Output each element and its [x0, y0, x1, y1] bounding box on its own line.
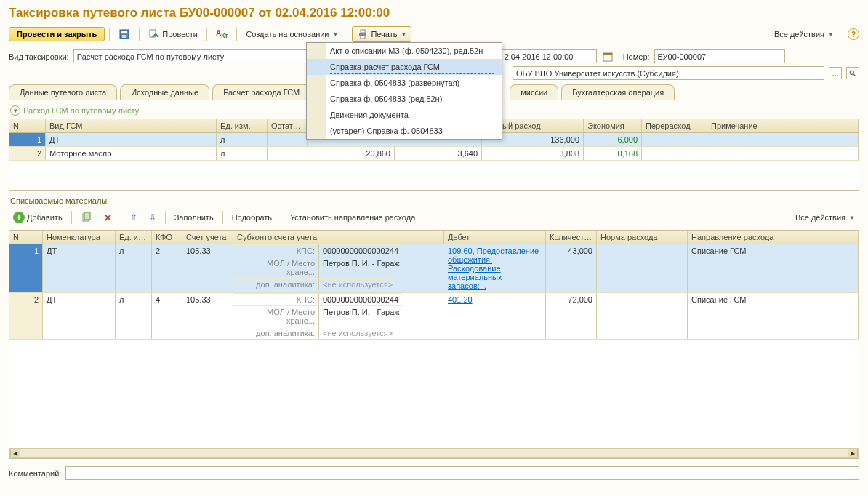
save-button[interactable] [114, 26, 134, 42]
dropdown-item[interactable]: Справка ф. 0504833 (ред.52н) [307, 91, 502, 107]
materials-toolbar: +Добавить ✕ ⇧ ⇩ Заполнить Подобрать Уста… [9, 209, 859, 225]
calendar-icon [602, 51, 614, 63]
comment-field[interactable] [65, 466, 859, 480]
print-dropdown: Акт о списании МЗ (ф. 0504230), ред.52н … [306, 42, 502, 140]
create-based-button[interactable]: Создать на основании▼ [241, 28, 342, 41]
page-title: Таксировка путевого листа БУ00-000007 от… [9, 6, 859, 20]
search-button[interactable] [846, 67, 859, 79]
help-icon[interactable]: ? [848, 28, 859, 40]
table-row[interactable]: 2 Моторное масло л 20,860 3,640 3,808 0,… [9, 147, 859, 161]
col-ost: Остато... [268, 119, 308, 132]
svg-point-9 [850, 71, 853, 74]
all-actions-button[interactable]: Все действия▼ [770, 28, 838, 41]
debit-link[interactable]: 109.60, Предоставление общежития, Расход… [448, 247, 539, 290]
dropdown-item[interactable]: (устарел) Справка ф. 0504833 [307, 123, 502, 139]
arrow-down-icon: ⇩ [149, 212, 156, 223]
tab-accounting[interactable]: Бухгалтерская операция [561, 84, 675, 100]
svg-rect-8 [603, 53, 612, 55]
col-ed: Ед. изм. [217, 119, 268, 132]
post-icon [148, 28, 160, 40]
copy-icon [81, 212, 92, 223]
col-n: N [9, 119, 46, 132]
svg-rect-1 [121, 31, 127, 33]
print-button[interactable]: Печать▼ [352, 26, 411, 42]
tab-source-data[interactable]: Исходные данные [120, 84, 209, 100]
chevron-down-icon: ▼ [401, 31, 406, 38]
table-row[interactable]: 1 ДТ л 2 105.33 КПС:00000000000000244 МО… [9, 244, 859, 293]
svg-rect-5 [361, 30, 365, 33]
col-vid: Вид ГСМ [46, 119, 217, 132]
pick-button[interactable]: Подобрать [228, 211, 276, 224]
arrow-up-icon: ⇧ [130, 212, 137, 223]
fill-button[interactable]: Заполнить [170, 211, 218, 224]
search-icon [849, 70, 856, 77]
dropdown-item[interactable]: Справка-расчет расхода ГСМ [307, 59, 502, 75]
col-econ: Экономия [584, 119, 642, 132]
post-and-close-button[interactable]: Провести и закрыть [9, 27, 105, 41]
materials-grid: N Номенклатура Ед. изм. КФО Счет учета С… [9, 230, 859, 459]
calendar-button[interactable] [601, 50, 614, 63]
akt-icon: АКт [216, 29, 228, 39]
comment-label: Комментарий: [9, 469, 61, 478]
collapse-icon[interactable]: ▾ [10, 105, 20, 116]
dropdown-item[interactable]: Акт о списании МЗ (ф. 0504230), ред.52н [307, 43, 502, 59]
number-field[interactable]: БУ00-000007 [654, 49, 785, 63]
ellipsis-button[interactable]: … [829, 67, 842, 79]
svg-rect-12 [84, 212, 90, 220]
svg-rect-2 [122, 35, 126, 38]
svg-rect-6 [361, 36, 365, 39]
floppy-icon [118, 28, 130, 40]
printer-icon [357, 28, 369, 40]
number-label: Номер: [623, 52, 650, 61]
chevron-down-icon: ▼ [849, 215, 855, 221]
move-up-button[interactable]: ⇧ [126, 210, 142, 225]
table-row[interactable]: 2 ДТ л 4 105.33 КПС:00000000000000244 МО… [9, 293, 859, 340]
tab-commission[interactable]: миссии [510, 84, 558, 100]
add-button[interactable]: +Добавить [9, 209, 67, 225]
delete-icon: ✕ [104, 212, 112, 223]
scroll-right-icon[interactable]: ▶ [848, 449, 858, 457]
org-field[interactable]: ОБУ ВПО Университет искусств (Субсидия) [513, 66, 824, 80]
svg-line-10 [853, 73, 856, 76]
scroll-left-icon[interactable]: ◀ [10, 449, 20, 457]
all-actions-button-2[interactable]: Все действия▼ [791, 211, 859, 224]
date-field[interactable]: 2.04.2016 12:00:00 [501, 49, 597, 63]
dropdown-item[interactable]: Справка ф. 0504833 (развернутая) [307, 75, 502, 91]
tab-waysheet-data[interactable]: Данные путевого листа [9, 84, 117, 100]
col-prim: Примечание [707, 119, 859, 132]
akt-button[interactable]: АКт [212, 27, 232, 41]
tab-fuel-calc[interactable]: Расчет расхода ГСМ [212, 84, 310, 100]
debit-link[interactable]: 401.20 [448, 295, 473, 304]
dropdown-item[interactable]: Движения документа [307, 107, 502, 123]
copy-button[interactable] [76, 209, 97, 225]
section-title: Списываемые материалы [10, 196, 859, 205]
h-scrollbar[interactable]: ◀ ▶ [9, 448, 859, 458]
col-per: Перерасход [642, 119, 707, 132]
delete-button[interactable]: ✕ [100, 210, 116, 225]
group-title: Расход ГСМ по путевому листу [23, 106, 139, 115]
type-label: Вид таксировки: [9, 52, 69, 61]
plus-icon: + [13, 212, 25, 223]
move-down-button[interactable]: ⇩ [145, 210, 161, 225]
main-toolbar: Провести и закрыть Провести АКт Создать … [9, 26, 859, 42]
post-button[interactable]: Провести [144, 26, 202, 42]
chevron-down-icon: ▼ [333, 31, 339, 38]
set-direction-button[interactable]: Установить направление расхода [286, 211, 419, 224]
chevron-down-icon: ▼ [828, 31, 834, 38]
